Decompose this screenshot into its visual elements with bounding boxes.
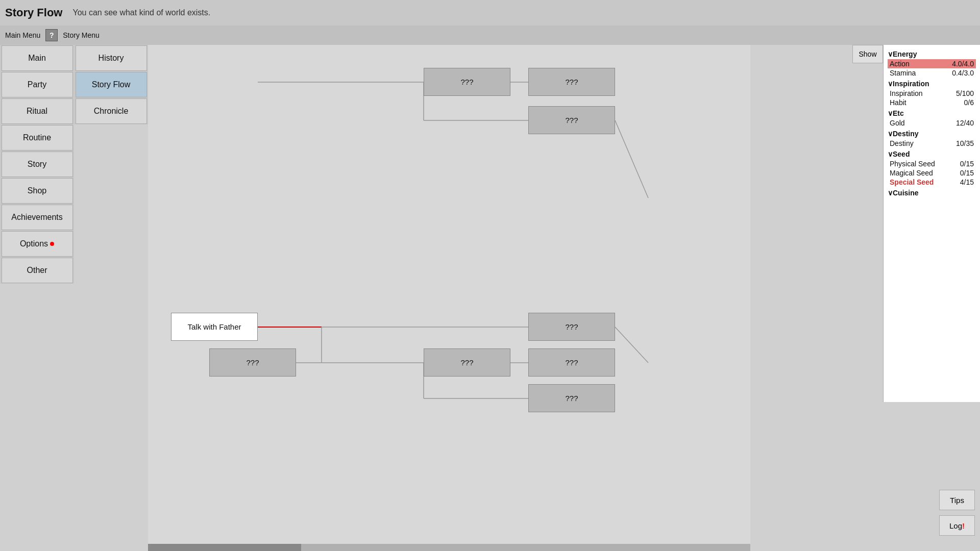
sidebar: Main Party Ritual Routine Story Shop Ach… — [0, 45, 74, 284]
sidebar-item-achievements[interactable]: Achievements — [2, 205, 73, 230]
sidebar-item-story[interactable]: Story — [2, 152, 73, 177]
stat-section-cuisine[interactable]: ∨Cuisine — [888, 189, 976, 197]
scrollbar-thumb[interactable] — [148, 544, 301, 551]
stat-section-energy[interactable]: ∨Energy — [888, 50, 976, 58]
submenu-item-history[interactable]: History — [76, 45, 147, 71]
navbar: Main Menu ? Story Menu — [0, 26, 980, 45]
main-menu-label[interactable]: Main Menu — [2, 31, 43, 39]
stat-row-stamina: Stamina 0.4/3.0 — [888, 68, 976, 78]
stat-row-action: Action 4.0/4.0 — [888, 59, 976, 68]
svg-line-4 — [615, 120, 648, 198]
log-button[interactable]: Log! — [939, 515, 975, 536]
stats-panel: ∨Energy Action 4.0/4.0 Stamina 0.4/3.0 ∨… — [883, 45, 980, 402]
flow-node-n9[interactable]: ??? — [528, 384, 615, 412]
help-button[interactable]: ? — [45, 29, 58, 41]
sidebar-item-ritual[interactable]: Ritual — [2, 98, 73, 124]
sidebar-item-options[interactable]: Options — [2, 231, 73, 257]
flow-area: ??? ??? ??? Talk with Father ??? ??? ???… — [148, 45, 750, 550]
header: Story Flow You can see what kind of worl… — [0, 0, 980, 26]
stat-section-destiny[interactable]: ∨Destiny — [888, 130, 976, 138]
stat-row-inspiration: Inspiration 5/100 — [888, 89, 976, 98]
flow-node-n6[interactable]: ??? — [209, 348, 296, 377]
flow-node-talk-with-father[interactable]: Talk with Father — [171, 313, 258, 341]
sidebar-item-routine[interactable]: Routine — [2, 125, 73, 151]
flow-node-n3[interactable]: ??? — [528, 106, 615, 134]
stat-section-seed[interactable]: ∨Seed — [888, 150, 976, 158]
tips-button[interactable]: Tips — [939, 490, 975, 510]
stat-section-etc[interactable]: ∨Etc — [888, 109, 976, 117]
horizontal-scrollbar[interactable] — [148, 544, 750, 551]
stat-row-magical-seed: Magical Seed 0/15 — [888, 168, 976, 178]
sidebar-item-party[interactable]: Party — [2, 72, 73, 97]
submenu: History Story Flow Chronicle — [74, 45, 148, 124]
submenu-item-story-flow[interactable]: Story Flow — [76, 72, 147, 97]
stat-row-habit: Habit 0/6 — [888, 98, 976, 107]
story-menu-label[interactable]: Story Menu — [60, 31, 103, 39]
svg-line-12 — [615, 327, 648, 363]
flow-svg — [148, 45, 750, 550]
flow-node-n8[interactable]: ??? — [528, 348, 615, 377]
stat-row-gold: Gold 12/40 — [888, 118, 976, 128]
flow-node-n1[interactable]: ??? — [424, 68, 510, 96]
submenu-item-chronicle[interactable]: Chronicle — [76, 98, 147, 124]
flow-node-n5[interactable]: ??? — [528, 313, 615, 341]
stat-row-special-seed: Special Seed 4/15 — [888, 178, 976, 187]
stat-row-physical-seed: Physical Seed 0/15 — [888, 159, 976, 168]
page-subtitle: You can see what kind of world exists. — [72, 8, 210, 17]
sidebar-item-shop[interactable]: Shop — [2, 178, 73, 204]
page-title: Story Flow — [5, 6, 62, 19]
stat-section-inspiration[interactable]: ∨Inspiration — [888, 80, 976, 88]
show-button[interactable]: Show — [852, 45, 883, 63]
sidebar-item-main[interactable]: Main — [2, 45, 73, 71]
options-indicator — [50, 242, 54, 246]
stat-row-destiny: Destiny 10/35 — [888, 139, 976, 148]
flow-node-n7[interactable]: ??? — [424, 348, 510, 377]
sidebar-item-other[interactable]: Other — [2, 258, 73, 283]
flow-node-n2[interactable]: ??? — [528, 68, 615, 96]
